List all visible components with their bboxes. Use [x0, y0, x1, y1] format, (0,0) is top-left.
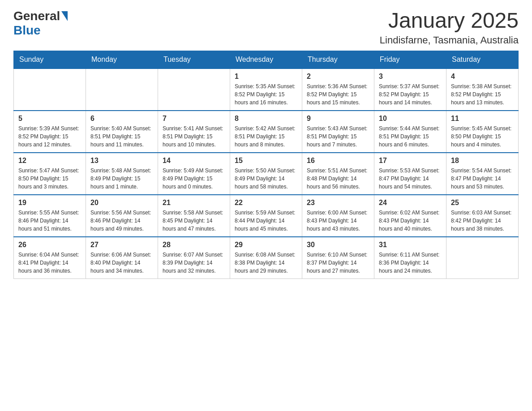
day-info: Sunrise: 5:43 AM Sunset: 8:51 PM Dayligh… — [307, 124, 369, 149]
day-number: 1 — [235, 73, 297, 81]
day-info: Sunrise: 6:03 AM Sunset: 8:42 PM Dayligh… — [451, 209, 514, 233]
calendar-cell: 22Sunrise: 5:59 AM Sunset: 8:44 PM Dayli… — [230, 195, 302, 237]
day-info: Sunrise: 5:36 AM Sunset: 8:52 PM Dayligh… — [307, 82, 369, 107]
day-number: 2 — [307, 73, 369, 81]
calendar-cell: 6Sunrise: 5:40 AM Sunset: 8:51 PM Daylig… — [86, 111, 158, 153]
day-number: 13 — [90, 157, 153, 165]
title-block: January 2025 Lindisfarne, Tasmania, Aust… — [380, 9, 519, 46]
logo-arrow-icon — [61, 11, 68, 21]
calendar-header-row: SundayMondayTuesdayWednesdayThursdayFrid… — [14, 51, 519, 68]
day-number: 28 — [163, 241, 225, 249]
day-number: 27 — [90, 241, 153, 249]
day-info: Sunrise: 5:44 AM Sunset: 8:51 PM Dayligh… — [379, 124, 442, 149]
day-number: 19 — [18, 199, 81, 207]
day-info: Sunrise: 6:06 AM Sunset: 8:40 PM Dayligh… — [90, 251, 153, 275]
day-info: Sunrise: 5:48 AM Sunset: 8:49 PM Dayligh… — [90, 167, 153, 191]
day-info: Sunrise: 6:08 AM Sunset: 8:38 PM Dayligh… — [235, 251, 297, 275]
calendar-cell: 2Sunrise: 5:36 AM Sunset: 8:52 PM Daylig… — [302, 68, 374, 111]
calendar-cell: 1Sunrise: 5:35 AM Sunset: 8:52 PM Daylig… — [230, 68, 302, 111]
day-number: 30 — [307, 241, 369, 249]
day-info: Sunrise: 5:42 AM Sunset: 8:51 PM Dayligh… — [235, 124, 297, 149]
day-info: Sunrise: 6:11 AM Sunset: 8:36 PM Dayligh… — [379, 251, 442, 275]
day-info: Sunrise: 5:59 AM Sunset: 8:44 PM Dayligh… — [235, 209, 297, 233]
calendar-day-header: Wednesday — [230, 51, 302, 68]
day-number: 12 — [18, 157, 81, 165]
day-info: Sunrise: 6:04 AM Sunset: 8:41 PM Dayligh… — [18, 251, 81, 275]
calendar-cell: 10Sunrise: 5:44 AM Sunset: 8:51 PM Dayli… — [374, 111, 446, 153]
day-number: 6 — [90, 115, 153, 123]
day-number: 7 — [163, 115, 225, 123]
calendar-day-header: Friday — [374, 51, 446, 68]
calendar-cell: 23Sunrise: 6:00 AM Sunset: 8:43 PM Dayli… — [302, 195, 374, 237]
calendar-week-row: 26Sunrise: 6:04 AM Sunset: 8:41 PM Dayli… — [14, 237, 519, 279]
calendar-cell: 18Sunrise: 5:54 AM Sunset: 8:47 PM Dayli… — [446, 153, 519, 195]
calendar-cell: 9Sunrise: 5:43 AM Sunset: 8:51 PM Daylig… — [302, 111, 374, 153]
calendar-cell: 15Sunrise: 5:50 AM Sunset: 8:49 PM Dayli… — [230, 153, 302, 195]
day-number: 8 — [235, 115, 297, 123]
day-info: Sunrise: 6:02 AM Sunset: 8:43 PM Dayligh… — [379, 209, 442, 233]
day-info: Sunrise: 5:47 AM Sunset: 8:50 PM Dayligh… — [18, 167, 81, 191]
day-info: Sunrise: 5:45 AM Sunset: 8:50 PM Dayligh… — [451, 124, 514, 149]
calendar-week-row: 1Sunrise: 5:35 AM Sunset: 8:52 PM Daylig… — [14, 68, 519, 111]
day-number: 29 — [235, 241, 297, 249]
logo: General Blue — [13, 9, 68, 38]
calendar-cell — [86, 68, 158, 111]
day-number: 16 — [307, 157, 369, 165]
calendar-day-header: Sunday — [14, 51, 86, 68]
day-info: Sunrise: 5:38 AM Sunset: 8:52 PM Dayligh… — [451, 82, 514, 107]
calendar-cell: 11Sunrise: 5:45 AM Sunset: 8:50 PM Dayli… — [446, 111, 519, 153]
day-info: Sunrise: 5:37 AM Sunset: 8:52 PM Dayligh… — [379, 82, 442, 107]
calendar-day-header: Saturday — [446, 51, 519, 68]
calendar-week-row: 5Sunrise: 5:39 AM Sunset: 8:52 PM Daylig… — [14, 111, 519, 153]
calendar-week-row: 12Sunrise: 5:47 AM Sunset: 8:50 PM Dayli… — [14, 153, 519, 195]
calendar-cell: 24Sunrise: 6:02 AM Sunset: 8:43 PM Dayli… — [374, 195, 446, 237]
day-number: 10 — [379, 115, 442, 123]
calendar-cell: 5Sunrise: 5:39 AM Sunset: 8:52 PM Daylig… — [14, 111, 86, 153]
day-number: 22 — [235, 199, 297, 207]
day-number: 9 — [307, 115, 369, 123]
day-number: 18 — [451, 157, 514, 165]
location-subtitle: Lindisfarne, Tasmania, Australia — [380, 34, 519, 46]
calendar-week-row: 19Sunrise: 5:55 AM Sunset: 8:46 PM Dayli… — [14, 195, 519, 237]
calendar-cell: 17Sunrise: 5:53 AM Sunset: 8:47 PM Dayli… — [374, 153, 446, 195]
calendar-cell: 13Sunrise: 5:48 AM Sunset: 8:49 PM Dayli… — [86, 153, 158, 195]
logo-blue: Blue — [13, 23, 41, 38]
day-number: 21 — [163, 199, 225, 207]
day-info: Sunrise: 5:53 AM Sunset: 8:47 PM Dayligh… — [379, 167, 442, 191]
calendar-cell: 16Sunrise: 5:51 AM Sunset: 8:48 PM Dayli… — [302, 153, 374, 195]
calendar-cell: 3Sunrise: 5:37 AM Sunset: 8:52 PM Daylig… — [374, 68, 446, 111]
calendar-day-header: Thursday — [302, 51, 374, 68]
calendar-table: SundayMondayTuesdayWednesdayThursdayFrid… — [13, 51, 519, 279]
day-info: Sunrise: 5:55 AM Sunset: 8:46 PM Dayligh… — [18, 209, 81, 233]
day-number: 3 — [379, 73, 442, 81]
calendar-cell: 30Sunrise: 6:10 AM Sunset: 8:37 PM Dayli… — [302, 237, 374, 279]
day-number: 20 — [90, 199, 153, 207]
calendar-cell: 29Sunrise: 6:08 AM Sunset: 8:38 PM Dayli… — [230, 237, 302, 279]
calendar-cell: 19Sunrise: 5:55 AM Sunset: 8:46 PM Dayli… — [14, 195, 86, 237]
day-number: 25 — [451, 199, 514, 207]
day-info: Sunrise: 5:54 AM Sunset: 8:47 PM Dayligh… — [451, 167, 514, 191]
main-title: January 2025 — [380, 9, 519, 33]
day-number: 31 — [379, 241, 442, 249]
calendar-cell: 20Sunrise: 5:56 AM Sunset: 8:46 PM Dayli… — [86, 195, 158, 237]
day-info: Sunrise: 6:00 AM Sunset: 8:43 PM Dayligh… — [307, 209, 369, 233]
day-number: 24 — [379, 199, 442, 207]
calendar-cell: 27Sunrise: 6:06 AM Sunset: 8:40 PM Dayli… — [86, 237, 158, 279]
calendar-cell — [14, 68, 86, 111]
calendar-cell: 21Sunrise: 5:58 AM Sunset: 8:45 PM Dayli… — [158, 195, 230, 237]
day-info: Sunrise: 5:58 AM Sunset: 8:45 PM Dayligh… — [163, 209, 225, 233]
calendar-cell: 12Sunrise: 5:47 AM Sunset: 8:50 PM Dayli… — [14, 153, 86, 195]
calendar-day-header: Monday — [86, 51, 158, 68]
calendar-cell: 7Sunrise: 5:41 AM Sunset: 8:51 PM Daylig… — [158, 111, 230, 153]
day-info: Sunrise: 5:35 AM Sunset: 8:52 PM Dayligh… — [235, 82, 297, 107]
day-number: 15 — [235, 157, 297, 165]
day-number: 11 — [451, 115, 514, 123]
calendar-cell: 25Sunrise: 6:03 AM Sunset: 8:42 PM Dayli… — [446, 195, 519, 237]
page-header: General Blue January 2025 Lindisfarne, T… — [13, 9, 519, 46]
day-info: Sunrise: 5:49 AM Sunset: 8:49 PM Dayligh… — [163, 167, 225, 191]
day-info: Sunrise: 5:41 AM Sunset: 8:51 PM Dayligh… — [163, 124, 225, 149]
calendar-cell: 28Sunrise: 6:07 AM Sunset: 8:39 PM Dayli… — [158, 237, 230, 279]
calendar-cell: 14Sunrise: 5:49 AM Sunset: 8:49 PM Dayli… — [158, 153, 230, 195]
day-number: 14 — [163, 157, 225, 165]
calendar-cell: 26Sunrise: 6:04 AM Sunset: 8:41 PM Dayli… — [14, 237, 86, 279]
